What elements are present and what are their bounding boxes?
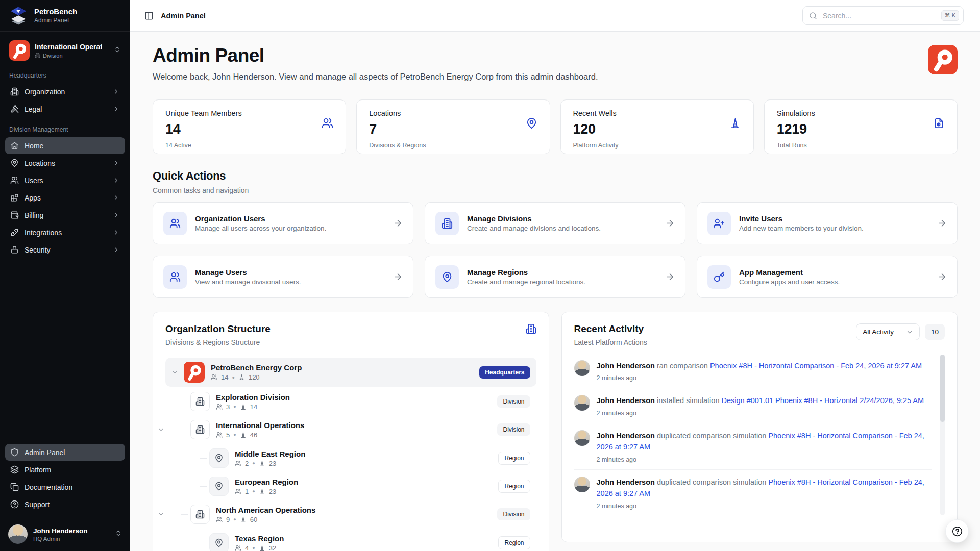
layers-icon xyxy=(10,465,19,474)
topbar-title: Admin Panel xyxy=(161,12,206,20)
quick-actions-subtitle: Common tasks and navigation xyxy=(153,186,958,194)
stat-sub: 14 Active xyxy=(165,142,333,149)
quick-action-title: Manage Users xyxy=(195,268,385,277)
sidebar-item-support[interactable]: Support xyxy=(5,496,125,513)
sidebar-item-admin-panel[interactable]: Admin Panel xyxy=(5,444,125,461)
panel-left-icon xyxy=(144,11,154,20)
map-pin-icon xyxy=(214,482,224,491)
activity-link[interactable]: Design #001.01 Phoenix #8H - Horizontal … xyxy=(721,396,924,405)
sidebar-item-integrations[interactable]: Integrations xyxy=(5,224,125,241)
building-icon xyxy=(35,53,40,58)
building-icon xyxy=(526,323,536,336)
activity-time: 2 minutes ago xyxy=(597,374,922,382)
search-box[interactable]: ⌘ K xyxy=(802,6,964,25)
tree-node-middle-east-region[interactable]: Middle East Region 2 ● 23 Region xyxy=(200,444,536,472)
avatar xyxy=(8,524,28,544)
quick-action-desc: Create and manage divisions and location… xyxy=(467,224,657,232)
sidebar-item-label: Documentation xyxy=(24,483,72,491)
activity-text: John Henderson installed simulation Desi… xyxy=(597,395,924,406)
sidebar-item-locations[interactable]: Locations xyxy=(5,155,125,171)
tree-node-name: North American Operations xyxy=(216,506,315,514)
arrow-right-icon xyxy=(665,218,675,228)
activity-filter-select[interactable]: All Activity xyxy=(856,323,920,340)
petrobench-mark-icon xyxy=(928,45,958,74)
chevron-down-icon[interactable] xyxy=(157,426,165,434)
copy-icon xyxy=(10,483,19,491)
building-icon xyxy=(195,397,205,406)
derrick-icon xyxy=(240,516,247,523)
building-icon xyxy=(526,323,536,334)
scrollbar-thumb[interactable] xyxy=(940,355,945,422)
quick-action-invite-users[interactable]: Invite Users Add new team members to you… xyxy=(697,202,958,244)
chevron-down-icon[interactable] xyxy=(171,368,179,376)
chevron-down-icon xyxy=(906,329,913,336)
quick-action-organization-users[interactable]: Organization Users Manage all users acro… xyxy=(153,202,413,244)
org-logo-icon xyxy=(9,40,30,61)
chevron-right-icon xyxy=(112,88,120,95)
sidebar-item-documentation[interactable]: Documentation xyxy=(5,479,125,495)
quick-action-app-management[interactable]: App Management Configure apps and user a… xyxy=(697,256,958,298)
user-menu[interactable]: John Henderson HQ Admin xyxy=(0,518,130,551)
arrow-right-icon xyxy=(665,272,675,282)
tree-node-european-region[interactable]: European Region 1 ● 23 Region xyxy=(200,472,536,500)
sidebar-item-label: Apps xyxy=(24,194,41,202)
chevron-down-icon[interactable] xyxy=(157,511,165,518)
org-structure-title: Organization Structure xyxy=(165,323,271,335)
chevron-right-icon xyxy=(112,246,120,254)
stat-sub: Platform Activity xyxy=(573,142,741,149)
activity-text: John Henderson duplicated comparison sim… xyxy=(597,477,932,499)
sidebar-item-billing[interactable]: Billing xyxy=(5,207,125,223)
avatar xyxy=(574,395,590,411)
help-icon xyxy=(10,500,19,509)
help-button[interactable] xyxy=(945,519,969,543)
map-pin-icon xyxy=(442,271,453,283)
map-pin-icon xyxy=(214,454,224,463)
main-content: Admin Panel Welcome back, John Henderson… xyxy=(130,32,980,551)
chevrons-up-down-icon xyxy=(115,530,122,539)
chevron-down-icon xyxy=(157,511,165,518)
activity-list: John Henderson ran comparison Phoenix #8… xyxy=(574,354,945,516)
sidebar-item-label: Users xyxy=(24,177,43,185)
search-input[interactable] xyxy=(822,11,937,20)
gavel-icon xyxy=(10,105,19,113)
quick-action-title: Organization Users xyxy=(195,214,385,223)
sidebar-section-label: Division Management xyxy=(0,118,130,137)
sidebar-item-apps[interactable]: Apps xyxy=(5,189,125,206)
avatar xyxy=(574,430,590,446)
sidebar-item-home[interactable]: Home xyxy=(5,137,125,154)
sidebar-item-platform[interactable]: Platform xyxy=(5,461,125,478)
tree-node-petrobench-energy-corp[interactable]: PetroBench Energy Corp 14 ● 120 Headquar… xyxy=(165,358,536,387)
quick-action-manage-divisions[interactable]: Manage Divisions Create and manage divis… xyxy=(425,202,685,244)
chevron-right-icon xyxy=(112,105,120,113)
quick-action-title: Manage Divisions xyxy=(467,214,657,223)
quick-action-title: Manage Regions xyxy=(467,268,657,277)
activity-time: 2 minutes ago xyxy=(597,503,932,510)
quick-action-manage-users[interactable]: Manage Users View and manage divisional … xyxy=(153,256,413,298)
building-icon xyxy=(195,425,205,434)
petrobench-logo-icon xyxy=(8,6,29,26)
building-icon xyxy=(190,505,210,524)
sidebar-item-security[interactable]: Security xyxy=(5,241,125,258)
panel-left-icon[interactable] xyxy=(144,11,154,20)
sidebar-item-legal[interactable]: Legal xyxy=(5,101,125,117)
tree-node-texas-region[interactable]: Texas Region 4 ● 32 Region xyxy=(200,529,536,551)
sidebar-item-organization[interactable]: Organization xyxy=(5,83,125,100)
simulation-file-icon xyxy=(933,117,945,129)
chevrons-up-down-icon xyxy=(114,46,121,55)
chevron-right-icon xyxy=(112,229,120,236)
activity-link[interactable]: Phoenix #8H - Horizontal Comparison - Fe… xyxy=(710,362,922,370)
org-structure-subtitle: Divisions & Regions Structure xyxy=(165,338,271,346)
tree-node-exploration-division[interactable]: Exploration Division 3 ● 14 Division xyxy=(181,388,536,415)
tree-node-north-american-operations[interactable]: North American Operations 9 ● 60 Divisio… xyxy=(181,500,536,528)
tree-node-stats: 2 ● 23 xyxy=(235,460,305,467)
org-switcher[interactable]: International Operations Division xyxy=(6,38,124,63)
quick-action-manage-regions[interactable]: Manage Regions Create and manage regiona… xyxy=(425,256,685,298)
badge-division: Division xyxy=(497,395,530,408)
tree-node-international-operations[interactable]: International Operations 5 ● 46 Division xyxy=(181,416,536,443)
sidebar: PetroBench Admin Panel International Ope… xyxy=(0,0,130,551)
arrow-right-icon xyxy=(937,218,947,228)
activity-user: John Henderson xyxy=(597,432,655,440)
sidebar-item-users[interactable]: Users xyxy=(5,172,125,189)
stat-label: Simulations xyxy=(777,109,945,117)
sidebar-item-label: Legal xyxy=(24,105,42,113)
